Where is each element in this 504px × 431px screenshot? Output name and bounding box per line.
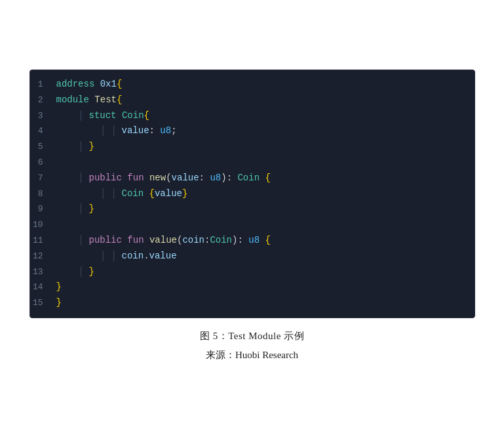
code-content-14: } xyxy=(56,279,62,295)
code-content-4: ││value: u8; xyxy=(56,123,177,139)
code-line-4: 4 ││value: u8; xyxy=(30,123,475,139)
code-content-1: address 0x1{ xyxy=(56,77,123,92)
code-line-9: 9 │} xyxy=(30,201,475,217)
line-num-5: 5 xyxy=(30,140,56,154)
code-line-15: 15 } xyxy=(30,295,475,311)
line-num-3: 3 xyxy=(30,109,56,123)
line-num-14: 14 xyxy=(30,280,56,295)
line-num-7: 7 xyxy=(30,171,56,186)
line-num-11: 11 xyxy=(30,234,56,248)
line-num-12: 12 xyxy=(30,249,56,264)
line-num-10: 10 xyxy=(30,218,56,232)
code-editor: 1 address 0x1{ 2 module Test{ 3 │stuct C… xyxy=(29,70,475,318)
line-num-4: 4 xyxy=(30,124,56,138)
line-num-1: 1 xyxy=(30,77,56,92)
code-content-3: │stuct Coin{ xyxy=(56,108,149,124)
code-content-5: │} xyxy=(56,139,94,155)
code-line-1: 1 address 0x1{ xyxy=(30,77,475,92)
code-line-2: 2 module Test{ xyxy=(30,92,475,108)
code-line-12: 12 ││coin.value xyxy=(30,249,475,264)
line-num-8: 8 xyxy=(30,187,56,201)
code-content-10 xyxy=(56,217,62,233)
main-container: 1 address 0x1{ 2 module Test{ 3 │stuct C… xyxy=(16,56,488,375)
figure-source: 来源：Huobi Research xyxy=(206,349,298,361)
code-content-6 xyxy=(56,155,62,171)
code-line-8: 8 ││Coin {value} xyxy=(30,186,475,202)
line-num-13: 13 xyxy=(30,265,56,279)
code-line-3: 3 │stuct Coin{ xyxy=(30,108,475,124)
line-num-15: 15 xyxy=(30,296,56,310)
code-line-13: 13 │} xyxy=(30,264,475,280)
line-num-2: 2 xyxy=(30,93,56,108)
code-line-14: 14 } xyxy=(30,279,475,295)
code-line-10: 10 xyxy=(30,217,475,233)
figure-caption: 图 5：Test Module 示例 xyxy=(200,330,304,342)
code-content-12: ││coin.value xyxy=(56,249,177,264)
code-line-5: 5 │} xyxy=(30,139,475,155)
code-content-11: │public fun value(coin:Coin): u8 { xyxy=(56,233,271,249)
line-num-9: 9 xyxy=(30,202,56,216)
code-content-7: │public fun new(value: u8): Coin { xyxy=(56,171,271,186)
code-line-7: 7 │public fun new(value: u8): Coin { xyxy=(30,171,475,186)
code-content-2: module Test{ xyxy=(56,92,123,108)
code-content-15: } xyxy=(56,295,62,311)
code-content-13: │} xyxy=(56,264,94,280)
line-num-6: 6 xyxy=(30,155,56,170)
code-line-11: 11 │public fun value(coin:Coin): u8 { xyxy=(30,233,475,249)
code-line-6: 6 xyxy=(30,155,475,171)
code-content-9: │} xyxy=(56,201,94,217)
code-content-8: ││Coin {value} xyxy=(56,186,188,202)
